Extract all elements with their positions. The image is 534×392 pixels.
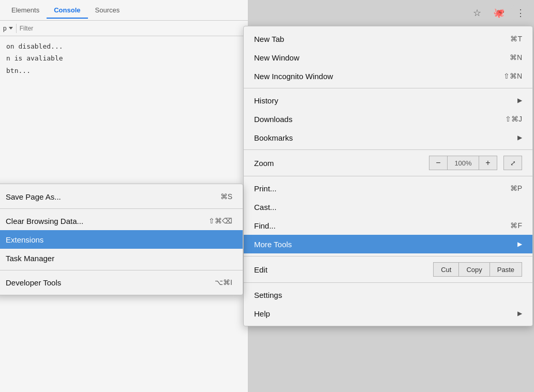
menu-item-cast[interactable]: Cast... bbox=[244, 198, 532, 216]
menu-item-new-tab[interactable]: New Tab ⌘T bbox=[244, 29, 532, 48]
menu-item-label: More Tools bbox=[254, 240, 292, 249]
menu-item-clear-browsing-data[interactable]: Clear Browsing Data... ⇧⌘⌫ bbox=[0, 212, 243, 230]
menu-item-history[interactable]: History ▶ bbox=[244, 91, 532, 110]
copy-button[interactable]: Copy bbox=[458, 262, 489, 277]
menu-shortcut: ⌥⌘I bbox=[215, 278, 232, 287]
fullscreen-button[interactable]: ⤢ bbox=[503, 156, 522, 170]
zoom-label: Zoom bbox=[254, 159, 274, 168]
menu-shortcut: ⇧⌘J bbox=[505, 115, 522, 123]
edit-label: Edit bbox=[254, 265, 268, 274]
chevron-down-icon bbox=[9, 27, 13, 29]
menu-item-new-incognito-window[interactable]: New Incognito Window ⇧⌘N bbox=[244, 67, 532, 85]
menu-divider bbox=[244, 282, 532, 283]
menu-item-label: History bbox=[254, 96, 278, 105]
menu-divider bbox=[244, 149, 532, 150]
menu-item-task-manager[interactable]: Task Manager bbox=[0, 249, 243, 267]
menu-item-label: Extensions bbox=[6, 235, 43, 244]
console-line: btn... bbox=[6, 65, 242, 77]
zoom-out-button[interactable]: − bbox=[429, 156, 448, 170]
bug-button[interactable]: 🐙 bbox=[488, 3, 509, 23]
menu-item-help[interactable]: Help ▶ bbox=[244, 304, 532, 323]
menu-divider bbox=[244, 176, 532, 176]
paste-button[interactable]: Paste bbox=[490, 262, 522, 277]
menu-item-print[interactable]: Print... ⌘P bbox=[244, 179, 532, 198]
tab-console[interactable]: Console bbox=[47, 2, 87, 18]
menu-item-extensions[interactable]: Extensions bbox=[0, 230, 243, 249]
menu-divider bbox=[0, 270, 243, 270]
zoom-row: Zoom − 100% + ⤢ bbox=[244, 153, 532, 173]
devtools-tab-bar: Elements Console Sources bbox=[0, 0, 248, 21]
menu-item-label: New Window bbox=[254, 53, 300, 62]
menu-item-settings[interactable]: Settings bbox=[244, 285, 532, 304]
menu-item-label: New Incognito Window bbox=[254, 72, 333, 81]
submenu-arrow-icon: ▶ bbox=[517, 310, 522, 317]
console-output: on disabled... n is avaliable btn... bbox=[0, 36, 248, 81]
menu-divider bbox=[0, 208, 243, 209]
zoom-value: 100% bbox=[448, 156, 479, 170]
menu-item-downloads[interactable]: Downloads ⇧⌘J bbox=[244, 110, 532, 128]
zoom-in-button[interactable]: + bbox=[479, 156, 497, 170]
submenu-arrow-icon: ▶ bbox=[517, 134, 522, 141]
menu-item-label: Bookmarks bbox=[254, 133, 293, 142]
browser-topbar: ☆ 🐙 ⋮ bbox=[467, 0, 534, 26]
tab-sources[interactable]: Sources bbox=[88, 2, 127, 18]
menu-item-label: Cast... bbox=[254, 203, 276, 212]
star-icon: ☆ bbox=[473, 7, 481, 19]
menu-shortcut: ⌘N bbox=[510, 53, 522, 62]
bug-icon: 🐙 bbox=[493, 7, 505, 19]
more-menu-button[interactable]: ⋮ bbox=[510, 3, 531, 23]
menu-shortcut: ⌘P bbox=[510, 184, 522, 192]
menu-shortcut: ⌘T bbox=[510, 35, 522, 43]
menu-item-new-window[interactable]: New Window ⌘N bbox=[244, 48, 532, 67]
menu-shortcut: ⇧⌘⌫ bbox=[209, 217, 232, 225]
toolbar-separator bbox=[16, 24, 17, 33]
menu-item-label: Clear Browsing Data... bbox=[6, 217, 83, 225]
cut-button[interactable]: Cut bbox=[433, 262, 458, 277]
edit-buttons: Cut Copy Paste bbox=[433, 262, 522, 277]
menu-item-bookmarks[interactable]: Bookmarks ▶ bbox=[244, 128, 532, 147]
zoom-controls: − 100% + bbox=[429, 156, 497, 170]
submenu-arrow-icon: ▶ bbox=[517, 97, 522, 104]
menu-item-label: Print... bbox=[254, 184, 276, 193]
more-tools-submenu: Save Page As... ⌘S Clear Browsing Data..… bbox=[0, 184, 243, 295]
dropdown-label: p bbox=[3, 25, 7, 32]
menu-item-label: Developer Tools bbox=[6, 278, 61, 287]
menu-shortcut: ⇧⌘N bbox=[503, 72, 522, 80]
console-context-dropdown[interactable]: p bbox=[3, 25, 13, 32]
menu-item-label: Downloads bbox=[254, 115, 292, 124]
edit-row: Edit Cut Copy Paste bbox=[244, 259, 532, 280]
menu-item-developer-tools[interactable]: Developer Tools ⌥⌘I bbox=[0, 273, 243, 292]
menu-item-find[interactable]: Find... ⌘F bbox=[244, 216, 532, 235]
menu-item-save-page-as[interactable]: Save Page As... ⌘S bbox=[0, 187, 243, 206]
menu-item-label: Help bbox=[254, 309, 270, 318]
filter-input[interactable] bbox=[20, 25, 97, 32]
menu-item-label: New Tab bbox=[254, 35, 284, 43]
devtools-toolbar: p bbox=[0, 21, 248, 36]
menu-item-label: Save Page As... bbox=[6, 192, 61, 201]
submenu-arrow-icon: ▶ bbox=[517, 240, 522, 248]
menu-divider bbox=[244, 256, 532, 257]
menu-shortcut: ⌘S bbox=[220, 192, 232, 201]
menu-shortcut: ⌘F bbox=[510, 221, 522, 230]
main-menu: New Tab ⌘T New Window ⌘N New Incognito W… bbox=[243, 26, 533, 326]
menu-divider bbox=[244, 88, 532, 88]
tab-elements[interactable]: Elements bbox=[4, 2, 47, 18]
menu-item-more-tools[interactable]: More Tools ▶ bbox=[244, 235, 532, 253]
more-icon: ⋮ bbox=[516, 7, 525, 19]
menu-item-label: Settings bbox=[254, 291, 282, 299]
menu-item-label: Task Manager bbox=[6, 254, 54, 263]
bookmark-star-button[interactable]: ☆ bbox=[467, 3, 487, 23]
menu-item-label: Find... bbox=[254, 221, 276, 230]
console-line: on disabled... bbox=[6, 40, 242, 52]
console-line: n is avaliable bbox=[6, 52, 242, 64]
